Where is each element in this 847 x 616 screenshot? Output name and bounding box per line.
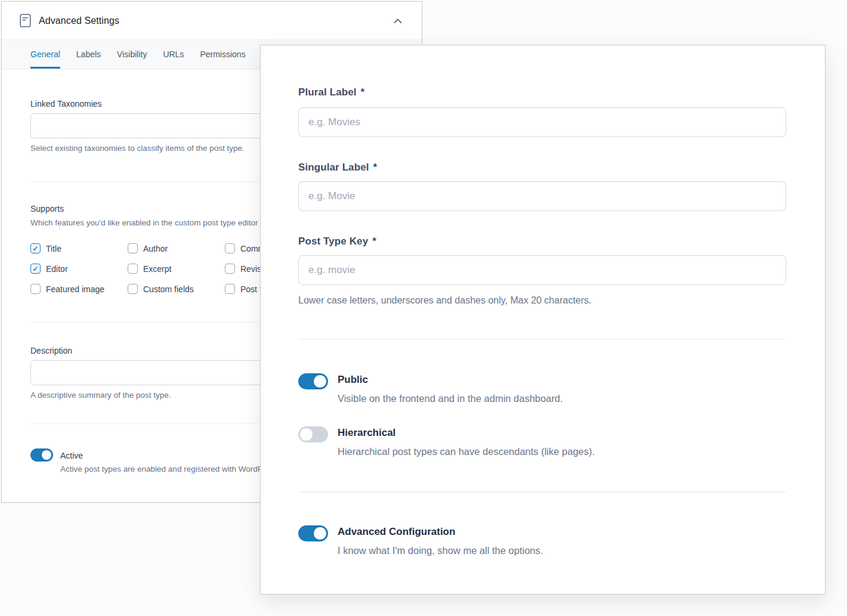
checkbox-label: Title xyxy=(46,244,61,253)
linked-taxonomies-help: Select existing taxonomies to classify i… xyxy=(30,144,245,153)
divider xyxy=(298,339,786,340)
post-type-key-label: Post Type Key* xyxy=(298,236,376,247)
supports-label: Supports xyxy=(30,204,64,213)
hierarchical-toggle[interactable] xyxy=(298,426,328,442)
tab-general[interactable]: General xyxy=(30,40,60,69)
checkbox-icon xyxy=(128,284,138,294)
checkbox-label: Author xyxy=(143,244,168,253)
description-label: Description xyxy=(30,346,72,355)
supports-checkbox-author[interactable]: Author xyxy=(128,243,225,253)
active-toggle[interactable] xyxy=(30,448,53,462)
checkbox-icon xyxy=(225,284,235,294)
checkbox-label: Editor xyxy=(46,264,68,274)
checkbox-label: Featured image xyxy=(46,284,104,294)
collapse-button[interactable] xyxy=(391,15,405,27)
advanced-configuration-toggle[interactable] xyxy=(298,525,328,541)
checkbox-label: Custom fields xyxy=(143,284,194,294)
tab-labels[interactable]: Labels xyxy=(76,40,101,69)
supports-checkbox-editor[interactable]: Editor xyxy=(30,264,128,274)
public-label: Public xyxy=(338,374,368,386)
required-asterisk: * xyxy=(372,236,376,247)
checkbox-icon xyxy=(30,243,41,253)
checkbox-icon xyxy=(225,243,235,253)
divider xyxy=(298,491,786,493)
chevron-up-icon xyxy=(393,17,403,24)
active-help: Active post types are enabled and regist… xyxy=(60,465,280,473)
tab-urls[interactable]: URLs xyxy=(163,40,184,69)
checkbox-icon xyxy=(128,243,138,253)
supports-checkbox-custom-fields[interactable]: Custom fields xyxy=(128,284,225,294)
active-label: Active xyxy=(60,451,83,460)
linked-taxonomies-label: Linked Taxonomies xyxy=(30,99,102,109)
panel-title: Advanced Settings xyxy=(39,16,119,26)
field-label-text: Post Type Key xyxy=(298,236,368,247)
hierarchical-help: Hierarchical post types can have descend… xyxy=(338,446,595,457)
field-label-text: Singular Label xyxy=(298,162,369,173)
supports-help: Which features you'd like enabled in the… xyxy=(30,218,258,227)
post-document-icon xyxy=(20,14,31,27)
tab-permissions[interactable]: Permissions xyxy=(200,40,245,69)
advanced-configuration-label: Advanced Configuration xyxy=(338,526,455,538)
supports-checkbox-title[interactable]: Title xyxy=(30,243,128,253)
required-asterisk: * xyxy=(373,162,378,173)
tab-visibility[interactable]: Visibility xyxy=(117,40,147,69)
singular-label-input[interactable] xyxy=(298,181,786,211)
panel-header: Advanced Settings xyxy=(2,2,422,39)
post-type-modal-panel: Plural Label* Singular Label* Post Type … xyxy=(260,45,826,595)
post-type-key-help: Lower case letters, underscores and dash… xyxy=(298,295,592,306)
public-help: Visible on the frontend and in the admin… xyxy=(338,393,563,404)
supports-checkbox-excerpt[interactable]: Excerpt xyxy=(128,264,225,274)
public-toggle[interactable] xyxy=(298,373,328,389)
description-help: A descriptive summary of the post type. xyxy=(30,391,171,400)
checkbox-label: Excerpt xyxy=(143,264,171,274)
plural-label-label: Plural Label* xyxy=(298,86,364,98)
required-asterisk: * xyxy=(361,86,365,98)
hierarchical-label: Hierarchical xyxy=(338,427,395,439)
plural-label-input[interactable] xyxy=(298,107,786,137)
field-label-text: Plural Label xyxy=(298,86,357,98)
checkbox-icon xyxy=(128,264,138,274)
checkbox-icon xyxy=(225,264,235,274)
advanced-configuration-help: I know what I'm doing, show me all the o… xyxy=(338,545,543,556)
checkbox-icon xyxy=(30,284,41,294)
checkbox-icon xyxy=(30,264,41,274)
supports-checkbox-featured-image[interactable]: Featured image xyxy=(30,284,128,294)
post-type-key-input[interactable] xyxy=(298,255,786,285)
singular-label-label: Singular Label* xyxy=(298,162,377,174)
